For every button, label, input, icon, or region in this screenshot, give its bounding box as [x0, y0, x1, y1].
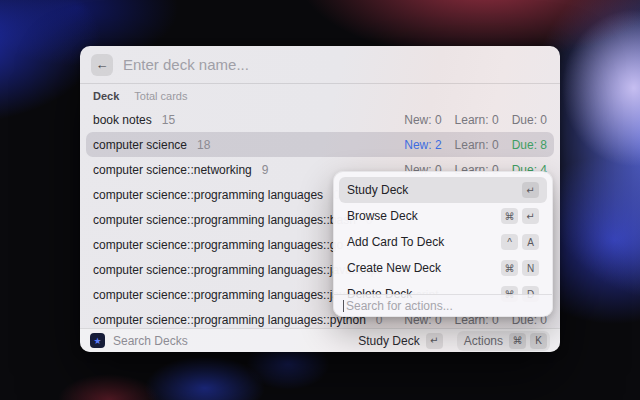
deck-name: computer science::programming languages:… — [93, 238, 343, 252]
search-bar: ← Enter deck name... — [80, 46, 560, 84]
deck-stat: Learn: 0 — [455, 138, 499, 152]
deck-name: book notes — [93, 113, 152, 127]
action-shortcut: ⌘↵ — [501, 208, 539, 224]
text-cursor — [343, 300, 344, 312]
column-label-deck: Deck — [93, 90, 119, 102]
return-key-icon: ↵ — [426, 333, 443, 349]
deck-name: computer science::programming languages:… — [93, 313, 366, 327]
action-menu-item[interactable]: Study Deck ↵ — [339, 177, 547, 203]
actions-button[interactable]: Actions ⌘ K — [457, 331, 550, 351]
deck-name-input[interactable]: Enter deck name... — [123, 56, 549, 73]
shortcut-key-icon: ↵ — [522, 208, 539, 224]
deck-stat: Learn: 0 — [455, 113, 499, 127]
action-label: Study Deck — [347, 183, 522, 197]
deck-row[interactable]: computer science 18 New: 2Learn: 0Due: 8 — [86, 132, 554, 157]
k-key-icon: K — [530, 333, 547, 349]
deck-stat: New: 2 — [404, 138, 441, 152]
action-label: Add Card To Deck — [347, 235, 501, 249]
shortcut-key-icon: ⌘ — [501, 208, 518, 224]
deck-total-cards: 18 — [197, 138, 210, 152]
deck-stat: Due: 0 — [512, 113, 547, 127]
actions-menu: Study Deck ↵ Browse Deck ⌘↵ Add Card To … — [333, 171, 553, 317]
command-key-icon: ⌘ — [509, 333, 526, 349]
deck-row[interactable]: book notes 15 New: 0Learn: 0Due: 0 — [86, 107, 554, 132]
column-header: Deck Total cards — [80, 84, 560, 107]
shortcut-key-icon: ⌘ — [501, 260, 518, 276]
back-button[interactable]: ← — [91, 54, 113, 76]
deck-name: computer science::programming languages:… — [93, 213, 356, 227]
launcher-window: ← Enter deck name... Deck Total cards bo… — [80, 46, 560, 352]
extension-name: Search Decks — [113, 334, 350, 348]
actions-menu-footer: Search for actions... — [334, 294, 552, 316]
deck-stats: New: 0Learn: 0Due: 0 — [404, 113, 547, 127]
action-shortcut: ⌘N — [501, 260, 539, 276]
deck-stat: Due: 8 — [512, 138, 547, 152]
deck-stats: New: 2Learn: 0Due: 8 — [404, 138, 547, 152]
actions-menu-items: Study Deck ↵ Browse Deck ⌘↵ Add Card To … — [339, 177, 547, 307]
deck-total-cards: 15 — [162, 113, 175, 127]
shortcut-key-icon: ^ — [501, 234, 518, 250]
deck-stat: New: 0 — [404, 113, 441, 127]
back-arrow-icon: ← — [96, 57, 109, 72]
deck-name: computer science::programming languages — [93, 188, 323, 202]
deck-total-cards: 9 — [262, 163, 269, 177]
anki-star-icon: ★ — [90, 333, 105, 348]
actions-label: Actions — [464, 334, 503, 348]
action-shortcut: ^A — [501, 234, 539, 250]
action-menu-item[interactable]: Create New Deck ⌘N — [339, 255, 547, 281]
shortcut-key-icon: N — [522, 260, 539, 276]
shortcut-key-icon: A — [522, 234, 539, 250]
shortcut-key-icon: ↵ — [522, 182, 539, 198]
deck-name: computer science::networking — [93, 163, 252, 177]
status-bar: ★ Search Decks Study Deck ↵ Actions ⌘ K — [80, 328, 560, 352]
deck-name: computer science — [93, 138, 187, 152]
study-deck-label: Study Deck — [358, 334, 419, 348]
actions-search-input[interactable]: Search for actions... — [346, 299, 453, 313]
column-label-total-cards: Total cards — [134, 90, 187, 102]
action-label: Browse Deck — [347, 209, 501, 223]
action-shortcut: ↵ — [522, 182, 539, 198]
study-deck-button[interactable]: Study Deck ↵ — [358, 333, 442, 349]
action-menu-item[interactable]: Browse Deck ⌘↵ — [339, 203, 547, 229]
action-label: Create New Deck — [347, 261, 501, 275]
action-menu-item[interactable]: Add Card To Deck ^A — [339, 229, 547, 255]
